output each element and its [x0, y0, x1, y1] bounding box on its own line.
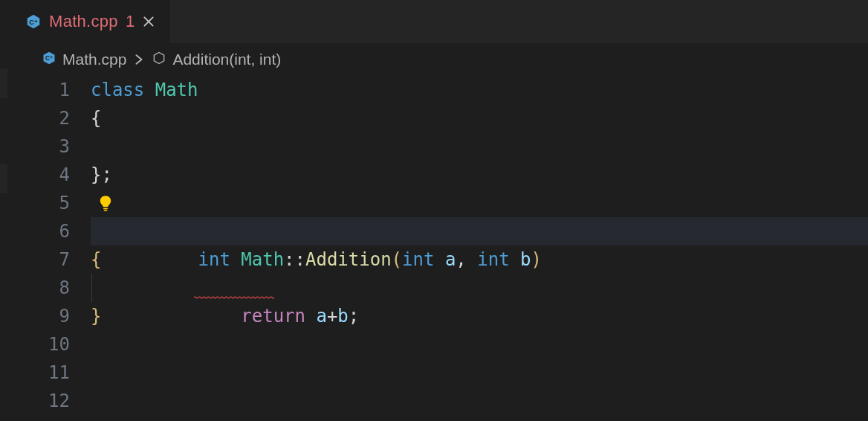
- brace: {: [91, 108, 101, 129]
- line-number: 12: [12, 387, 70, 415]
- activity-bar: [0, 0, 12, 421]
- code-area[interactable]: class Math { };: [91, 76, 868, 421]
- code-line[interactable]: [91, 132, 868, 161]
- line-number: 8: [12, 274, 70, 302]
- whitespace: [144, 80, 155, 100]
- breadcrumb-file[interactable]: C⁺ Math.cpp: [42, 51, 126, 69]
- code-line[interactable]: }: [91, 302, 868, 330]
- line-number: 3: [12, 132, 70, 161]
- breadcrumb-symbol-label: Addition(int, int): [172, 51, 281, 68]
- method-icon: [152, 51, 166, 69]
- line-number: 7: [12, 245, 70, 274]
- svg-text:C⁺: C⁺: [29, 19, 38, 26]
- tab-filename: Math.cpp: [49, 12, 118, 31]
- code-line[interactable]: [91, 330, 868, 359]
- svg-text:C⁺: C⁺: [45, 54, 53, 62]
- activity-marker: [0, 68, 7, 98]
- code-line[interactable]: {: [91, 245, 868, 274]
- code-line[interactable]: class Math: [91, 76, 868, 104]
- keyword: class: [91, 80, 144, 100]
- brace: }: [91, 164, 101, 185]
- indent-guide: [91, 274, 92, 302]
- code-editor[interactable]: 1 2 3 4 5 6 7 8 9 10 11 12 class Math {: [12, 76, 868, 421]
- tab-problems-badge: 1: [126, 12, 135, 31]
- error-squiggle: [194, 240, 274, 242]
- cpp-file-icon: C⁺: [25, 13, 42, 30]
- code-line-active[interactable]: int Math::Addition(int a, int b): [91, 217, 868, 245]
- gutter: 1 2 3 4 5 6 7 8 9 10 11 12: [12, 76, 91, 421]
- svg-rect-2: [103, 208, 108, 210]
- editor-root: C⁺ Math.cpp 1 C⁺ Math.cpp: [0, 0, 868, 421]
- activity-marker: [0, 164, 7, 193]
- tab-math-cpp[interactable]: C⁺ Math.cpp 1: [12, 0, 169, 43]
- svg-rect-3: [104, 210, 108, 211]
- line-number: 2: [12, 104, 70, 132]
- brace: }: [91, 306, 101, 327]
- close-icon[interactable]: [142, 15, 155, 28]
- main-column: C⁺ Math.cpp 1 C⁺ Math.cpp: [12, 0, 868, 421]
- code-line[interactable]: return a+b;: [91, 274, 868, 302]
- lightbulb-icon[interactable]: [98, 195, 113, 210]
- breadcrumb-symbol[interactable]: Addition(int, int): [152, 51, 281, 69]
- line-number: 1: [12, 76, 70, 104]
- line-number: 4: [12, 161, 70, 189]
- breadcrumb-file-label: Math.cpp: [62, 51, 126, 68]
- line-number: 10: [12, 330, 70, 359]
- semicolon: ;: [101, 164, 111, 185]
- code-line[interactable]: [91, 189, 868, 217]
- line-number: 11: [12, 359, 70, 387]
- tab-bar: C⁺ Math.cpp 1: [12, 0, 868, 43]
- chevron-right-icon: [134, 54, 144, 65]
- cpp-file-icon: C⁺: [42, 51, 56, 69]
- line-number: 6: [12, 217, 70, 245]
- line-number: 9: [12, 302, 70, 330]
- type-name: Math: [155, 80, 198, 100]
- code-line[interactable]: {: [91, 104, 868, 132]
- breadcrumb: C⁺ Math.cpp Addition(int, int): [12, 43, 868, 76]
- brace: {: [91, 249, 101, 270]
- line-number: 5: [12, 189, 70, 217]
- code-line[interactable]: [91, 387, 868, 415]
- code-line[interactable]: [91, 359, 868, 387]
- code-line[interactable]: };: [91, 161, 868, 189]
